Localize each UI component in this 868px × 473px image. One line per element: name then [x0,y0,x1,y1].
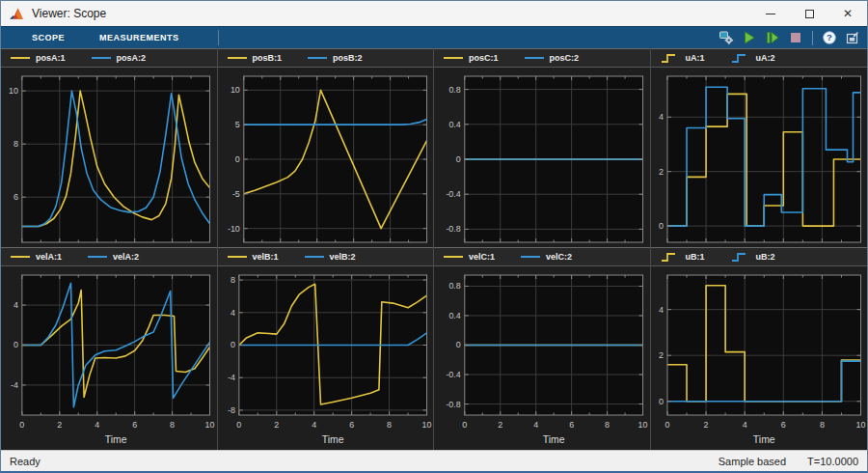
tab-scope[interactable]: SCOPE [32,27,65,48]
run-button[interactable] [740,29,759,47]
line-swatch-icon [304,252,325,262]
svg-text:-0.4: -0.4 [446,370,460,379]
svg-text:4: 4 [230,308,234,318]
svg-text:0.4: 0.4 [448,311,460,320]
legend-item-posC:1[interactable]: posC:1 [443,53,499,63]
svg-text:10: 10 [421,420,431,430]
legend-item-uA:2[interactable]: uA:2 [730,53,775,63]
plot-uB[interactable]: 0240246810Time [651,266,868,450]
svg-text:4: 4 [742,420,746,430]
legend-label: velC:2 [546,252,572,262]
line-swatch-icon [443,53,464,63]
legend-label: velA:1 [36,252,62,262]
plot-velC[interactable]: -0.8-0.400.40.80246810Time [434,266,650,450]
legend-item-velA:1[interactable]: velA:1 [10,252,62,262]
svg-text:-4: -4 [11,380,18,390]
tab-measurements[interactable]: MEASUREMENTS [99,27,179,48]
legend-label: velB:1 [253,252,279,262]
play-icon [742,30,757,45]
legend-posA: posA:1posA:2 [1,48,217,68]
question-icon: ? [822,30,837,45]
stair-swatch-icon [660,53,681,63]
svg-text:0.4: 0.4 [448,120,460,129]
line-swatch-icon [227,53,248,63]
svg-text:0.8: 0.8 [448,281,460,291]
step-forward-button[interactable] [763,29,782,47]
status-right: Sample based T=10.0000 [719,456,858,467]
legend-label: uA:1 [686,53,705,63]
plot-velA[interactable]: -4040246810Time [1,266,217,450]
svg-text:0: 0 [658,221,663,231]
configuration-properties-button[interactable] [717,29,736,47]
legend-item-uB:1[interactable]: uB:1 [660,252,705,262]
legend-item-velB:1[interactable]: velB:1 [227,252,279,262]
plot-velB[interactable]: -8-40480246810Time [218,266,434,450]
svg-text:0: 0 [456,340,461,349]
legend-posB: posB:1posB:2 [218,48,434,68]
scope-display-grid: posA:1posA:26810 posB:1posB:2-10-50510 p… [1,48,867,450]
stair-swatch-icon [730,53,751,63]
svg-text:8: 8 [230,275,234,285]
legend-item-uB:2[interactable]: uB:2 [730,252,775,262]
legend-item-velC:1[interactable]: velC:1 [443,252,495,262]
svg-text:10: 10 [205,420,215,430]
legend-item-posA:2[interactable]: posA:2 [91,53,147,63]
scope-panel-posB: posB:1posB:2-10-50510 [218,48,435,247]
legend-item-velB:2[interactable]: velB:2 [304,252,356,262]
status-bar: Ready Sample based T=10.0000 [1,450,867,471]
legend-item-posB:1[interactable]: posB:1 [227,53,283,63]
maximize-button[interactable] [790,1,828,26]
plot-uA[interactable]: 024 [651,68,868,247]
legend-item-posC:2[interactable]: posC:2 [524,53,580,63]
x-axis-label: Time [752,434,774,445]
status-ready: Ready [10,456,41,467]
plot-canvas-posA: 6810 [1,68,217,247]
legend-posC: posC:1posC:2 [434,48,650,68]
legend-velB: velB:1velB:2 [218,247,434,266]
help-button[interactable]: ? [820,29,839,47]
legend-label: velB:2 [330,252,356,262]
highlight-simulink-block-button[interactable] [843,29,862,47]
scope-panel-velC: velC:1velC:2-0.8-0.400.40.80246810Time [434,247,651,450]
minimize-icon [766,14,775,14]
line-swatch-icon [524,53,545,63]
legend-item-velC:2[interactable]: velC:2 [520,252,572,262]
stop-button[interactable] [786,29,805,47]
svg-text:6: 6 [349,420,354,430]
title-bar: Viewer: Scope ✕ [1,1,867,26]
plot-posB[interactable]: -10-50510 [218,68,434,247]
legend-label: posB:2 [333,53,363,63]
svg-text:8: 8 [170,420,175,430]
scope-panel-velA: velA:1velA:2-4040246810Time [1,247,218,450]
plot-canvas-velB: -8-40480246810Time [218,266,434,450]
svg-text:2: 2 [658,350,663,360]
svg-text:4: 4 [658,112,663,122]
svg-text:-8: -8 [227,405,234,415]
svg-text:8: 8 [387,420,392,430]
svg-text:4: 4 [14,300,18,310]
svg-text:0: 0 [230,340,234,349]
stair-swatch-icon [730,252,751,262]
legend-label: posC:2 [550,53,580,63]
svg-text:6: 6 [780,420,785,430]
scope-panel-uB: uB:1uB:20240246810Time [651,247,868,450]
close-button[interactable]: ✕ [828,1,867,26]
toolbar-separator [218,30,219,45]
svg-text:2: 2 [498,420,502,430]
plot-posA[interactable]: 6810 [1,68,217,247]
line-swatch-icon [520,252,541,262]
svg-text:4: 4 [533,420,538,430]
maximize-icon [805,10,814,18]
close-icon: ✕ [843,8,853,19]
plot-posC[interactable]: -0.8-0.400.40.8 [434,68,650,247]
legend-item-uA:1[interactable]: uA:1 [660,53,705,63]
legend-item-posA:1[interactable]: posA:1 [10,53,66,63]
legend-item-velA:2[interactable]: velA:2 [87,252,139,262]
legend-item-posB:2[interactable]: posB:2 [307,53,363,63]
legend-uB: uB:1uB:2 [651,247,868,266]
svg-text:5: 5 [234,120,239,129]
svg-text:0: 0 [236,420,241,430]
svg-text:6: 6 [14,192,18,202]
legend-uA: uA:1uA:2 [651,48,868,68]
minimize-button[interactable] [751,1,790,26]
